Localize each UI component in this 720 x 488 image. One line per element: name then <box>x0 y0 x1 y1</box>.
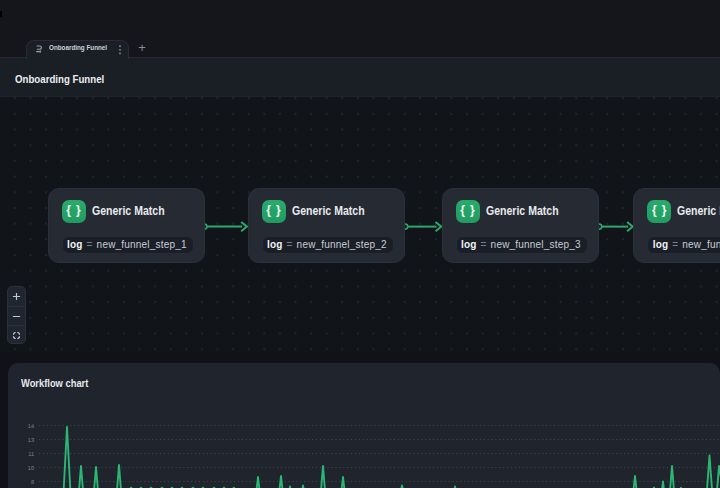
svg-text:14: 14 <box>28 424 34 430</box>
svg-text:11: 11 <box>28 452 34 458</box>
svg-text:10: 10 <box>28 466 34 472</box>
svg-text:13: 13 <box>28 438 34 444</box>
svg-text:8: 8 <box>31 480 34 486</box>
